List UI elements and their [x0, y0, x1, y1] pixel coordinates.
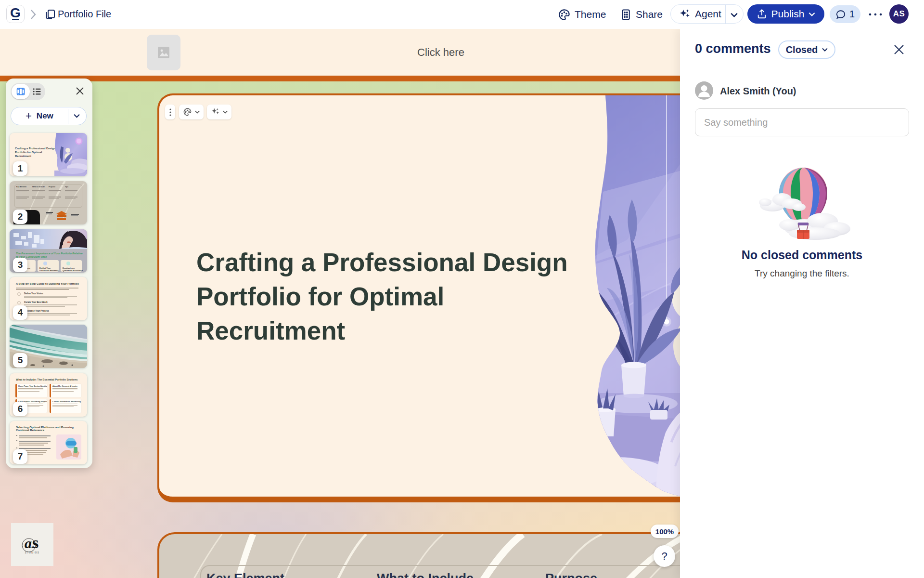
svg-text:a: a: [25, 535, 32, 551]
svg-text:s: s: [32, 534, 38, 552]
svg-text:STUDIOS: STUDIOS: [25, 552, 40, 554]
